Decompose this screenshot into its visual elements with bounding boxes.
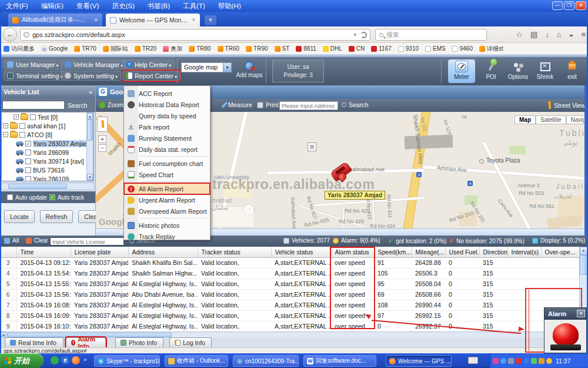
bookmark-item[interactable]: 访问最多	[4, 45, 35, 53]
start-button[interactable]: 开始	[0, 353, 44, 368]
address-input[interactable]	[279, 101, 338, 110]
meter-button[interactable]: Meter	[448, 59, 475, 83]
select-dropdown-icon[interactable]: ▼	[223, 63, 231, 72]
street-view-button[interactable]: Street View	[547, 101, 586, 110]
scroll-up-icon[interactable]: ▲	[87, 113, 93, 120]
tray-icon[interactable]	[516, 358, 522, 364]
col-used-fuel[interactable]: Used Fuel...	[445, 247, 479, 257]
close-button[interactable]: ✕	[576, 1, 586, 10]
search-bar[interactable]: 搜索	[375, 29, 487, 41]
menu-item-acc-report[interactable]: ACC Report	[124, 88, 210, 99]
tray-volume-icon[interactable]	[539, 358, 544, 364]
menu-bookmarks[interactable]: 书签(B)	[148, 2, 170, 11]
scroll-down-icon[interactable]: ▼	[87, 174, 93, 180]
star-icon[interactable]: ☆	[516, 30, 523, 39]
downloads-icon[interactable]: ↓	[545, 30, 549, 39]
menu-item-park-report[interactable]: ⚓Park report	[124, 121, 210, 132]
checkbox[interactable]	[19, 132, 25, 138]
back-button[interactable]: ←	[3, 28, 17, 42]
tree-folder-test[interactable]: +Test [0]	[2, 112, 93, 121]
checkbox[interactable]	[19, 123, 25, 129]
reload-icon[interactable]	[360, 32, 367, 38]
checkbox[interactable]	[30, 114, 36, 120]
col-license-plate[interactable]: License plate	[71, 247, 128, 257]
measure-button[interactable]: Measure	[223, 101, 252, 108]
close-icon[interactable]: ✕	[577, 310, 585, 317]
tree-vehicle[interactable]: Yaris 286109	[2, 174, 93, 181]
tree-vehicle-selected[interactable]: ✓Yaris 283037 Amjad	[2, 139, 93, 148]
taskbar-window-gps-active[interactable]: Welcome --- GPS ...	[386, 355, 452, 367]
tab-alarm-info[interactable]: !Alarm Info	[66, 337, 106, 347]
checkbox[interactable]	[25, 167, 31, 173]
zoom-in-button[interactable]: +	[98, 135, 106, 143]
chat-icon[interactable]: ◒	[569, 30, 574, 39]
table-row[interactable]: 3 2015-04-13 09:12:39 Yaris 283037 Amjad…	[0, 257, 579, 268]
menu-item-track-replay[interactable]: Track Replay	[124, 231, 210, 242]
all-button[interactable]: All	[4, 237, 19, 244]
col-tracker-status[interactable]: Tracker status	[198, 247, 271, 257]
bookmark-item[interactable]: ST	[275, 45, 290, 52]
keyboard-tray-icon[interactable]	[468, 357, 478, 364]
bookmark-item[interactable]: TR70	[74, 45, 96, 52]
menu-item-all-alarm-report[interactable]: !All Alarm Report	[124, 183, 210, 194]
report-center-button[interactable]: Report Center	[122, 71, 181, 81]
bookmark-item[interactable]: GGoogle	[41, 45, 68, 52]
transit-icon[interactable]	[467, 181, 473, 186]
bookmark-item[interactable]: TR80	[189, 45, 211, 52]
scroll-thumb[interactable]	[87, 120, 93, 141]
map-search-button[interactable]: Search	[342, 101, 368, 108]
menu-help[interactable]: 帮助(H)	[218, 2, 241, 11]
bookmark-item[interactable]: TR20	[135, 45, 156, 52]
expand-icon[interactable]: +	[14, 114, 19, 120]
auto-update-checkbox[interactable]	[7, 194, 13, 200]
poi-button[interactable]: POI	[477, 59, 505, 80]
url-dropdown-icon[interactable]: ▼	[353, 32, 358, 38]
street-view-pegman-control[interactable]	[97, 117, 108, 132]
menu-item-daily-data-stat-report[interactable]: Daily data stat. report	[124, 144, 210, 155]
transit-icon[interactable]	[416, 172, 422, 177]
menu-history[interactable]: 历史(S)	[112, 2, 134, 11]
vehicle-search-input[interactable]	[2, 101, 65, 110]
quicklaunch-overflow-icon[interactable]: »	[83, 356, 87, 363]
tray-icon[interactable]	[493, 358, 499, 364]
auto-track-checkbox[interactable]: ✓	[49, 194, 55, 200]
collapse-icon[interactable]: −	[3, 132, 8, 137]
bookmark-item[interactable]: TR90	[246, 45, 268, 52]
tray-icon[interactable]	[500, 358, 506, 364]
user-manager-button[interactable]: User Manager	[4, 59, 62, 69]
taskbar-window-doc[interactable]: W回复software.doc...	[303, 355, 376, 367]
menu-file[interactable]: 文件(F)	[6, 2, 28, 11]
menu-item-fuel-consumption-chart[interactable]: Fuel consumption chart	[124, 158, 210, 169]
col-overspeed[interactable]: Over-spe...	[541, 247, 579, 257]
col-direction[interactable]: Direction	[479, 247, 507, 257]
tab-alibaba[interactable]: Alibaba制造商目录---供… ✕	[8, 14, 102, 26]
help-center-button[interactable]: ?Help Center	[122, 59, 175, 69]
tab-photo-info[interactable]: Photo Info	[115, 337, 163, 347]
menu-item-urgent-alarm-report[interactable]: Urgent Alarm Report	[124, 194, 210, 205]
print-button[interactable]: Print	[257, 101, 279, 108]
tray-icon[interactable]	[523, 358, 529, 364]
clear-button[interactable]: Clear	[26, 237, 48, 244]
checkbox[interactable]	[25, 158, 31, 164]
bookmark-item[interactable]: 1167	[371, 45, 392, 52]
bookmark-item[interactable]: 9460	[452, 45, 473, 52]
tree-vertical-scrollbar[interactable]: ▲▼	[86, 112, 93, 181]
menu-view[interactable]: 查看(V)	[76, 2, 99, 11]
close-tab-icon[interactable]: ✕	[191, 17, 196, 23]
col-alarm-status[interactable]: Alarm status	[331, 247, 374, 257]
scroll-thumb[interactable]	[8, 184, 67, 189]
photo-marker-icon[interactable]	[308, 142, 316, 151]
table-row[interactable]: 6 2015-04-13 15:56:39 Yaris 283037 Amjad…	[0, 289, 579, 300]
collapse-panel-icon[interactable]: «	[89, 85, 92, 98]
tray-icon[interactable]	[508, 358, 514, 364]
menu-item-query-data-by-speed[interactable]: Query data by speed	[124, 110, 210, 121]
col-address[interactable]: Address	[128, 247, 198, 257]
menu-edit[interactable]: 编辑(E)	[41, 2, 64, 11]
new-tab-button[interactable]: +	[205, 15, 216, 25]
col-speed[interactable]: Speed(km...	[374, 247, 412, 257]
quicklaunch-messenger-icon[interactable]	[51, 356, 59, 364]
close-tab-icon[interactable]: ✕	[93, 17, 98, 23]
col-interval[interactable]: Interval(s)	[507, 247, 541, 257]
table-row[interactable]: 4 2015-04-13 15:54:38 Yaris 283037 Amjad…	[0, 268, 579, 279]
vehicle-search-button[interactable]: Search	[68, 102, 87, 109]
